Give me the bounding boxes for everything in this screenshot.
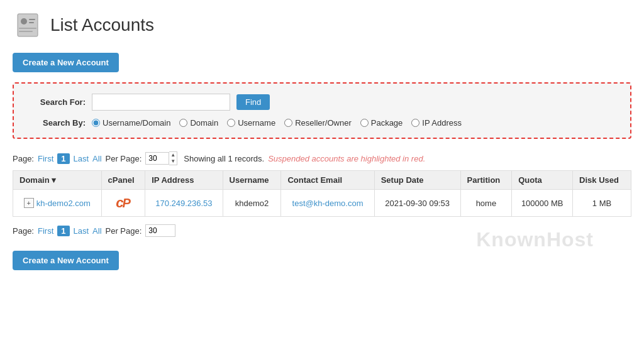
- radio-label-reseller: Reseller/Owner: [295, 118, 352, 128]
- svg-point-1: [21, 18, 27, 25]
- table-section: Domain ▾ cPanel IP Address Username Cont…: [13, 170, 631, 270]
- arrow-up-top[interactable]: ▲: [169, 152, 177, 158]
- highlight-note: Suspended accounts are highlighted in re…: [268, 154, 425, 163]
- current-page-top: 1: [57, 153, 69, 164]
- expand-button[interactable]: +: [24, 198, 34, 208]
- per-page-input-top[interactable]: [145, 152, 169, 165]
- current-page-bottom: 1: [57, 226, 69, 236]
- col-partition: Partition: [460, 171, 512, 190]
- search-for-row: Search For: Find: [29, 94, 615, 111]
- showing-text: Showing all 1 records.: [184, 154, 264, 163]
- col-setup-date: Setup Date: [374, 171, 460, 190]
- search-container: Search For: Find Search By: Username/Dom…: [13, 82, 631, 139]
- cell-username: khdemo2: [223, 190, 281, 217]
- table-row: + kh-demo2.com cP 170.249.236.53 khdemo2…: [13, 190, 631, 217]
- radio-label-package: Package: [371, 118, 403, 128]
- svg-rect-0: [18, 14, 38, 36]
- cell-partition: home: [460, 190, 512, 217]
- radio-domain[interactable]: Domain: [179, 118, 218, 128]
- first-link-bottom[interactable]: First: [38, 226, 53, 236]
- per-page-box-top: ▲ ▼: [145, 151, 177, 165]
- cpanel-icon[interactable]: cP: [116, 195, 131, 211]
- per-page-input-bottom[interactable]: [145, 224, 175, 237]
- all-link-bottom[interactable]: All: [92, 226, 101, 236]
- radio-username[interactable]: Username: [227, 118, 275, 128]
- cell-domain: + kh-demo2.com: [13, 190, 102, 217]
- radio-package[interactable]: Package: [360, 118, 403, 128]
- radio-label-domain: Domain: [190, 118, 218, 128]
- svg-rect-4: [19, 28, 36, 29]
- arrow-down-top[interactable]: ▼: [169, 158, 177, 165]
- page-header: List Accounts: [13, 10, 631, 40]
- radio-ip[interactable]: IP Address: [411, 118, 462, 128]
- create-new-account-button-bottom[interactable]: Create a New Account: [13, 251, 119, 270]
- pagination-top: Page: First 1 Last All Per Page: ▲ ▼ Sho…: [13, 151, 631, 165]
- find-button[interactable]: Find: [236, 94, 270, 110]
- radio-username-domain[interactable]: Username/Domain: [92, 118, 170, 128]
- domain-link[interactable]: kh-demo2.com: [36, 199, 91, 208]
- email-link[interactable]: test@kh-demo.com: [292, 199, 364, 208]
- radio-label-ip: IP Address: [422, 118, 462, 128]
- pagination-bottom: Page: First 1 Last All Per Page:: [13, 224, 631, 237]
- last-link-bottom[interactable]: Last: [74, 226, 89, 236]
- radio-reseller[interactable]: Reseller/Owner: [284, 118, 352, 128]
- svg-rect-3: [29, 22, 34, 23]
- col-quota: Quota: [512, 171, 573, 190]
- col-ip: IP Address: [145, 171, 223, 190]
- svg-rect-2: [29, 19, 35, 20]
- col-email: Contact Email: [281, 171, 374, 190]
- search-for-label: Search For:: [29, 97, 86, 107]
- col-username: Username: [223, 171, 281, 190]
- per-page-arrows-top[interactable]: ▲ ▼: [169, 151, 177, 165]
- col-cpanel: cPanel: [101, 171, 145, 190]
- radio-label-username: Username: [238, 118, 275, 128]
- search-by-label: Search By:: [29, 118, 86, 128]
- cell-ip: 170.249.236.53: [145, 190, 223, 217]
- cell-disk-used: 1 MB: [573, 190, 631, 217]
- search-by-row: Search By: Username/Domain Domain Userna…: [29, 118, 615, 128]
- cell-quota: 100000 MB: [512, 190, 573, 217]
- accounts-table: Domain ▾ cPanel IP Address Username Cont…: [13, 170, 631, 217]
- per-page-label-top: Per Page:: [106, 154, 142, 163]
- search-input[interactable]: [92, 94, 230, 111]
- table-header-row: Domain ▾ cPanel IP Address Username Cont…: [13, 171, 631, 190]
- page-label-top: Page:: [13, 154, 34, 163]
- first-link-top[interactable]: First: [38, 154, 53, 163]
- radio-label-username-domain: Username/Domain: [103, 118, 170, 128]
- last-link-top[interactable]: Last: [74, 154, 89, 163]
- cell-email: test@kh-demo.com: [281, 190, 374, 217]
- all-link-top[interactable]: All: [92, 154, 101, 163]
- page-label-bottom: Page:: [13, 226, 34, 236]
- col-domain[interactable]: Domain ▾: [13, 171, 102, 190]
- col-disk-used: Disk Used: [573, 171, 631, 190]
- page-title: List Accounts: [50, 15, 154, 35]
- cell-cpanel: cP: [101, 190, 145, 217]
- ip-link[interactable]: 170.249.236.53: [155, 199, 212, 208]
- svg-rect-5: [19, 31, 33, 32]
- search-by-radio-group: Username/Domain Domain Username Reseller…: [92, 118, 462, 128]
- accounts-icon: [13, 10, 43, 40]
- per-page-label-bottom: Per Page:: [106, 226, 142, 236]
- cell-setup-date: 2021-09-30 09:53: [374, 190, 460, 217]
- create-new-account-button-top[interactable]: Create a New Account: [13, 53, 119, 72]
